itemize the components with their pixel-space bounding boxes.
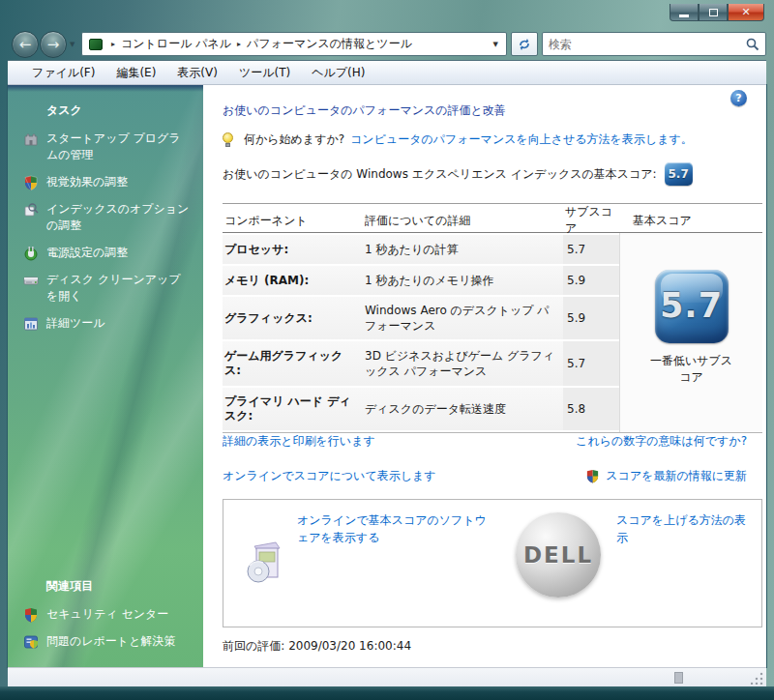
links-row-2: オンラインでスコアについて表示します スコアを最新の情報に更新 [223,468,747,484]
security-shield-icon [23,607,39,623]
task-pane-inner: タスク スタートアップ プログラムの管理 [8,85,203,332]
sidebar-item-label: スタートアップ プログラムの管理 [46,131,190,163]
row-component: グラフィックス: [223,306,363,331]
base-score-label: お使いのコンピュータの Windows エクスペリエンス インデックスの基本スコ… [223,166,657,183]
menu-help[interactable]: ヘルプ(H) [301,62,375,84]
recent-pages-dropdown[interactable]: ▼ [70,41,74,48]
main-content: ? お使いのコンピュータのパフォーマンスの評価と改善 何から始めますか? コンピ… [203,85,766,667]
raise-score-link[interactable]: スコアを上げる方法の表示 [616,511,750,546]
view-software-online-link[interactable]: オンラインで基本スコアのソフトウェアを表示する [297,511,489,546]
base-score-column: 5.7 一番低いサブスコア [619,233,762,432]
indexing-search-icon [23,202,39,218]
hint-prefix: 何から始めますか? [244,131,344,148]
table-row: プロセッサ: 1 秒あたりの計算 5.7 [223,235,619,264]
status-pane-separator [674,672,683,684]
last-rated-text: 前回の評価: 2009/03/20 16:00:44 [223,638,411,655]
minimize-button[interactable] [670,4,699,21]
sidebar-item-label: 詳細ツール [46,315,190,332]
breadcrumb-control-panel[interactable]: コントロール パネル [121,36,231,52]
sidebar-item-adjust-power-settings[interactable]: 電源設定の調整 [23,245,190,261]
menu-tools[interactable]: ツール(T) [228,62,301,84]
row-component: プライマリ ハード ディスク: [223,390,363,428]
sidebar-item-manage-startup[interactable]: スタートアップ プログラムの管理 [23,131,190,163]
row-subscore: 5.7 [563,341,619,386]
row-component: ゲーム用グラフィックス: [223,344,363,383]
hint-row: 何から始めますか? コンピュータのパフォーマンスを向上させる方法を表示します。 [223,131,693,148]
sidebar-item-label: 視覚効果の調整 [46,174,190,190]
breadcrumb-separator-icon[interactable]: ▸ [105,40,121,48]
improve-performance-link[interactable]: コンピュータのパフォーマンスを向上させる方法を表示します。 [350,131,693,148]
navigation-bar: ← → ▼ ▸ コントロール パネル ▸ パフォーマンスの情報とツール ▼ [8,29,766,60]
refresh-button[interactable] [511,32,538,56]
address-bar[interactable]: ▸ コントロール パネル ▸ パフォーマンスの情報とツール ▼ [81,32,507,56]
what-numbers-mean-link[interactable]: これらの数字の意味は何ですか? [576,433,747,450]
row-detail: 3D ビジネスおよびゲーム グラフィックス パフォーマンス [363,343,563,384]
menu-file[interactable]: ファイル(F) [21,62,105,84]
table-header-row: コンポーネント 評価についての詳細 サブスコア 基本スコア [223,204,762,233]
base-score-row: お使いのコンピュータの Windows エクスペリエンス インデックスの基本スコ… [223,162,693,186]
view-scores-online-link[interactable]: オンラインでスコアについて表示します [223,468,436,484]
row-detail: ディスクのデータ転送速度 [363,396,563,422]
sidebar-item-label: セキュリティ センター [46,606,190,623]
tasks-heading: タスク [46,102,190,119]
sidebar-item-adjust-indexing-options[interactable]: インデックスのオプションの調整 [23,201,190,234]
maximize-button[interactable] [699,4,728,21]
uac-shield-icon [585,469,600,483]
base-score-big-badge: 5.7 [655,270,729,343]
menu-bar: ファイル(F) 編集(E) 表示(V) ツール(T) ヘルプ(H) [8,60,766,85]
sidebar-item-label: 電源設定の調整 [46,245,190,261]
help-button[interactable]: ? [730,90,747,106]
dell-logo-text: DELL [523,542,593,568]
related-items-heading: 関連項目 [46,578,190,595]
sidebar-item-label: ディスク クリーンアップを開く [46,272,190,305]
table-body: プロセッサ: 1 秒あたりの計算 5.7 メモリ (RAM): 1 秒あたりのメ… [223,233,762,432]
menu-edit[interactable]: 編集(E) [105,62,166,84]
close-button[interactable]: ✕ [728,4,764,21]
table-row: プライマリ ハード ディスク: ディスクのデータ転送速度 5.8 [223,388,619,430]
row-detail: 1 秒あたりのメモリ操作 [363,268,563,293]
address-dropdown-icon[interactable]: ▼ [490,41,502,48]
sidebar-item-open-disk-cleanup[interactable]: ディスク クリーンアップを開く [23,272,190,305]
row-subscore: 5.9 [563,297,619,339]
sidebar-item-advanced-tools[interactable]: 詳細ツール [23,315,190,332]
sidebar-item-label: 問題のレポートと解決策 [46,633,190,650]
lightbulb-icon [223,132,234,147]
search-input[interactable] [549,38,746,51]
minimize-icon [679,15,689,17]
sidebar-item-security-center[interactable]: セキュリティ センター [23,606,190,623]
breadcrumb-separator-icon[interactable]: ▸ [231,40,247,48]
help-icon: ? [735,92,741,104]
advanced-tools-icon [23,316,39,332]
close-icon: ✕ [741,6,750,18]
refresh-score-link[interactable]: スコアを最新の情報に更新 [585,468,747,484]
sidebar-item-adjust-visual-effects[interactable]: 視覚効果の調整 [23,174,190,190]
row-subscore: 5.8 [563,388,619,430]
links-row-1: 詳細の表示と印刷を行います これらの数字の意味は何ですか? [223,433,747,450]
breadcrumb-performance-tools[interactable]: パフォーマンスの情報とツール [247,36,412,52]
back-icon: ← [19,36,32,53]
view-print-details-link[interactable]: 詳細の表示と印刷を行います [223,433,375,450]
power-plug-icon [23,246,39,261]
col-header-component: コンポーネント [223,213,363,229]
row-subscore: 5.9 [563,266,619,295]
resize-grip[interactable] [751,671,764,685]
menu-view[interactable]: 表示(V) [166,62,228,84]
sidebar-item-problem-reports[interactable]: 問題のレポートと解決策 [23,633,190,650]
task-pane: タスク スタートアップ プログラムの管理 [8,85,203,667]
uac-shield-icon [23,175,39,190]
search-icon[interactable] [746,38,759,51]
refresh-score-label: スコアを最新の情報に更新 [606,468,747,484]
row-component: メモリ (RAM): [223,269,363,293]
row-subscore: 5.7 [563,235,619,264]
status-bar [8,667,766,686]
disk-drive-icon [23,273,39,288]
forward-button[interactable]: → [40,31,67,58]
sidebar-item-label: インデックスのオプションの調整 [46,201,190,234]
col-header-detail: 評価についての詳細 [363,213,563,229]
back-button[interactable]: ← [12,31,39,58]
forward-icon: → [47,36,60,53]
wei-score-table: コンポーネント 評価についての詳細 サブスコア 基本スコア プロセッサ: 1 秒… [223,203,762,433]
maximize-icon [709,9,718,16]
dell-logo: DELL [516,512,601,598]
window-controls: ✕ [670,4,764,21]
